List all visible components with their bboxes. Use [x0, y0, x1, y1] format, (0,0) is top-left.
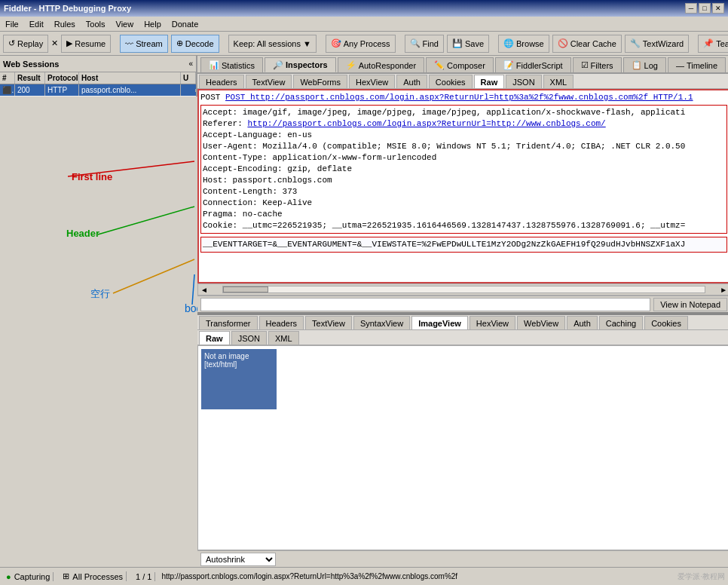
resp-tab-auth[interactable]: Auth: [567, 316, 598, 329]
tab-autoresponder[interactable]: ⚡ AutoResponder: [338, 57, 424, 72]
not-image-text: Not an image[text/html]: [204, 352, 249, 369]
text-wizard-button[interactable]: 🔧 TextWizard: [625, 35, 689, 53]
scroll-left-btn[interactable]: ◄: [198, 286, 210, 294]
resume-button[interactable]: ▶ Resume: [61, 35, 111, 53]
view-in-notepad-button[interactable]: View in Notepad: [653, 298, 727, 311]
resp-tab-webview[interactable]: WebView: [517, 316, 565, 329]
request-content[interactable]: POST POST http://passport.cnblogs.com/lo…: [197, 89, 728, 283]
x-button[interactable]: ✕: [51, 38, 58, 48]
scroll-right-btn[interactable]: ►: [717, 286, 728, 294]
resume-icon: ▶: [66, 38, 72, 48]
decode-button[interactable]: ⊕ Decode: [171, 35, 219, 53]
menu-help[interactable]: Help: [142, 19, 164, 29]
col-result[interactable]: Result: [15, 72, 45, 84]
resp-tab-xml[interactable]: XML: [268, 331, 299, 345]
menu-edit[interactable]: Edit: [27, 19, 46, 29]
status-page: 1 / 1: [133, 572, 155, 581]
col-host[interactable]: Host: [79, 72, 181, 84]
autoshrink-select[interactable]: Autoshrink No shrink Shrink all: [200, 553, 276, 566]
resp-tab-hexview[interactable]: HexView: [470, 316, 515, 329]
scrollbar-track[interactable]: [222, 286, 705, 293]
browse-icon: 🌐: [503, 38, 514, 48]
tab-composer[interactable]: ✏️ Composer: [426, 57, 494, 72]
session-icon: ⬛: [2, 86, 15, 94]
subtab-auth[interactable]: Auth: [396, 75, 427, 88]
svg-line-2: [113, 259, 194, 293]
subtab-headers[interactable]: Headers: [199, 75, 244, 88]
menu-rules[interactable]: Rules: [52, 19, 78, 29]
sessions-body: ⬛1 200 HTTP passport.cnblo...: [0, 84, 196, 96]
find-button[interactable]: 🔍 Find: [405, 35, 444, 53]
save-button[interactable]: 💾 Save: [447, 35, 489, 53]
minimize-button[interactable]: ─: [685, 3, 697, 14]
tab-timeline[interactable]: — Timeline: [668, 57, 726, 72]
response-footer: Autoshrink No shrink Shrink all: [197, 550, 728, 567]
resp-tab-raw[interactable]: Raw: [199, 331, 230, 345]
session-url: [181, 89, 196, 92]
table-row[interactable]: ⬛1 200 HTTP passport.cnblo...: [0, 84, 196, 96]
tearoff-button[interactable]: 📌 Tearoff: [698, 35, 728, 53]
menu-file[interactable]: File: [3, 19, 21, 29]
subtab-textview[interactable]: TextView: [246, 75, 292, 88]
req-line3: Referer: http://passport.cnblogs.com/log…: [203, 118, 725, 130]
subtab-cookies[interactable]: Cookies: [429, 75, 473, 88]
subtab-webforms[interactable]: WebForms: [293, 75, 347, 88]
resp-tab-textview[interactable]: TextView: [305, 316, 352, 329]
save-icon: 💾: [452, 38, 463, 48]
session-result: 200: [15, 84, 45, 96]
tab-statistics[interactable]: 📊 Statistics: [200, 57, 263, 72]
subtab-hexview[interactable]: HexView: [349, 75, 395, 88]
menu-bar: File Edit Rules Tools View Help Donate: [0, 17, 728, 32]
keep-button[interactable]: Keep: All sessions ▼: [228, 35, 317, 53]
h-scrollbar[interactable]: ◄ ►: [197, 283, 728, 296]
col-num[interactable]: #: [0, 72, 15, 84]
menu-view[interactable]: View: [114, 19, 136, 29]
replay-button[interactable]: ↺ Replay: [3, 35, 48, 53]
browse-button[interactable]: 🌐 Browse: [498, 35, 549, 53]
subtab-json[interactable]: JSON: [506, 75, 541, 88]
tab-inspectors[interactable]: 🔎 Inspectors: [265, 57, 336, 72]
session-num: ⬛1: [0, 84, 15, 96]
col-protocol[interactable]: Protocol: [45, 72, 79, 84]
resp-tab-caching[interactable]: Caching: [599, 316, 643, 329]
req-url-link[interactable]: POST http://passport.cnblogs.com/login.a…: [225, 93, 693, 102]
req-line9: Content-Length: 373: [203, 186, 725, 198]
subtab-xml[interactable]: XML: [543, 75, 574, 88]
tab-fiddlerscript[interactable]: 📝 FiddlerScript: [495, 57, 571, 72]
left-panel: Web Sessions « # Result Protocol Host U …: [0, 56, 197, 96]
timeline-icon: —: [676, 61, 684, 70]
scrollbar-thumb[interactable]: [223, 286, 268, 292]
tab-log[interactable]: 📋 Log: [623, 57, 666, 72]
capturing-icon: ●: [6, 572, 11, 581]
inspectors-icon: 🔎: [273, 60, 283, 70]
header-annotation: Header: [66, 228, 99, 239]
stream-button[interactable]: 〰 Stream: [120, 35, 167, 53]
resp-tab-imageview[interactable]: ImageView: [411, 316, 468, 329]
menu-donate[interactable]: Donate: [170, 19, 200, 29]
status-url: http://passport.cnblogs.com/login.aspx?R…: [161, 572, 671, 580]
fiddlerscript-icon: 📝: [503, 60, 514, 70]
resp-tab-cookies[interactable]: Cookies: [644, 316, 688, 329]
subtab-raw[interactable]: Raw: [474, 75, 505, 88]
any-process-button[interactable]: 🎯 Any Process: [326, 35, 396, 53]
close-button[interactable]: ✕: [712, 3, 724, 14]
top-tabs: 📊 Statistics 🔎 Inspectors ⚡ AutoResponde…: [197, 56, 728, 74]
collapse-button[interactable]: «: [188, 60, 193, 68]
clear-cache-button[interactable]: 🚫 Clear Cache: [552, 35, 622, 53]
tab-filters[interactable]: ☑ Filters: [573, 57, 622, 72]
resp-tab-syntaxview[interactable]: SyntaxView: [353, 316, 410, 329]
col-url[interactable]: U: [181, 72, 196, 84]
autoresponder-icon: ⚡: [346, 60, 356, 70]
status-bar: ● Capturing ⊞ All Processes 1 / 1 http:/…: [0, 567, 728, 585]
find-input[interactable]: [200, 298, 650, 311]
processes-icon: ⊞: [63, 571, 69, 581]
resp-tab-transformer[interactable]: Transformer: [199, 316, 258, 329]
stream-icon: 〰: [125, 39, 133, 48]
request-sub-tabs: Headers TextView WebForms HexView Auth C…: [197, 74, 728, 89]
log-icon: 📋: [632, 60, 642, 70]
resp-tab-json[interactable]: JSON: [231, 331, 267, 345]
maximize-button[interactable]: □: [699, 3, 711, 14]
response-tabs-row2: Raw JSON XML: [197, 330, 728, 345]
resp-tab-headers[interactable]: Headers: [259, 316, 304, 329]
menu-tools[interactable]: Tools: [84, 19, 108, 29]
